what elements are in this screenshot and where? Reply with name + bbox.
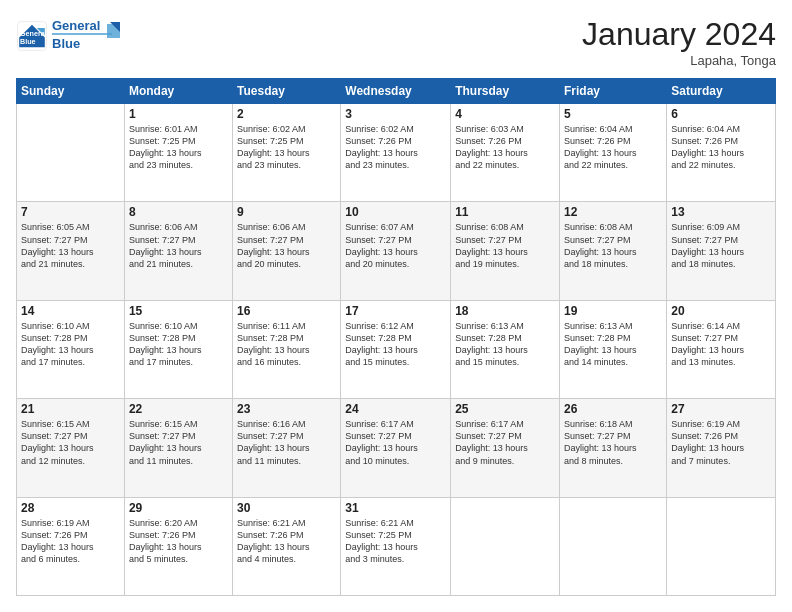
day-cell: 1Sunrise: 6:01 AM Sunset: 7:25 PM Daylig…	[124, 104, 232, 202]
day-info: Sunrise: 6:13 AM Sunset: 7:28 PM Dayligh…	[564, 320, 662, 369]
day-info: Sunrise: 6:13 AM Sunset: 7:28 PM Dayligh…	[455, 320, 555, 369]
svg-text:Blue: Blue	[52, 36, 80, 51]
day-cell: 21Sunrise: 6:15 AM Sunset: 7:27 PM Dayli…	[17, 399, 125, 497]
day-cell: 9Sunrise: 6:06 AM Sunset: 7:27 PM Daylig…	[233, 202, 341, 300]
day-info: Sunrise: 6:08 AM Sunset: 7:27 PM Dayligh…	[455, 221, 555, 270]
day-number: 16	[237, 304, 336, 318]
day-number: 24	[345, 402, 446, 416]
day-info: Sunrise: 6:10 AM Sunset: 7:28 PM Dayligh…	[129, 320, 228, 369]
day-number: 17	[345, 304, 446, 318]
day-number: 22	[129, 402, 228, 416]
month-title: January 2024	[582, 16, 776, 53]
header-row: SundayMondayTuesdayWednesdayThursdayFrid…	[17, 79, 776, 104]
col-header-monday: Monday	[124, 79, 232, 104]
day-info: Sunrise: 6:20 AM Sunset: 7:26 PM Dayligh…	[129, 517, 228, 566]
day-cell: 22Sunrise: 6:15 AM Sunset: 7:27 PM Dayli…	[124, 399, 232, 497]
day-number: 28	[21, 501, 120, 515]
col-header-sunday: Sunday	[17, 79, 125, 104]
day-cell: 15Sunrise: 6:10 AM Sunset: 7:28 PM Dayli…	[124, 300, 232, 398]
day-info: Sunrise: 6:06 AM Sunset: 7:27 PM Dayligh…	[237, 221, 336, 270]
day-number: 3	[345, 107, 446, 121]
col-header-friday: Friday	[560, 79, 667, 104]
day-number: 9	[237, 205, 336, 219]
day-number: 23	[237, 402, 336, 416]
day-cell: 12Sunrise: 6:08 AM Sunset: 7:27 PM Dayli…	[560, 202, 667, 300]
day-number: 21	[21, 402, 120, 416]
day-info: Sunrise: 6:17 AM Sunset: 7:27 PM Dayligh…	[455, 418, 555, 467]
day-info: Sunrise: 6:21 AM Sunset: 7:26 PM Dayligh…	[237, 517, 336, 566]
day-info: Sunrise: 6:06 AM Sunset: 7:27 PM Dayligh…	[129, 221, 228, 270]
day-cell: 10Sunrise: 6:07 AM Sunset: 7:27 PM Dayli…	[341, 202, 451, 300]
day-cell: 20Sunrise: 6:14 AM Sunset: 7:27 PM Dayli…	[667, 300, 776, 398]
day-cell: 17Sunrise: 6:12 AM Sunset: 7:28 PM Dayli…	[341, 300, 451, 398]
week-row-4: 21Sunrise: 6:15 AM Sunset: 7:27 PM Dayli…	[17, 399, 776, 497]
day-number: 11	[455, 205, 555, 219]
day-number: 29	[129, 501, 228, 515]
day-info: Sunrise: 6:10 AM Sunset: 7:28 PM Dayligh…	[21, 320, 120, 369]
calendar-table: SundayMondayTuesdayWednesdayThursdayFrid…	[16, 78, 776, 596]
day-cell: 6Sunrise: 6:04 AM Sunset: 7:26 PM Daylig…	[667, 104, 776, 202]
day-cell: 4Sunrise: 6:03 AM Sunset: 7:26 PM Daylig…	[451, 104, 560, 202]
title-block: January 2024 Lapaha, Tonga	[582, 16, 776, 68]
day-cell: 27Sunrise: 6:19 AM Sunset: 7:26 PM Dayli…	[667, 399, 776, 497]
col-header-tuesday: Tuesday	[233, 79, 341, 104]
week-row-5: 28Sunrise: 6:19 AM Sunset: 7:26 PM Dayli…	[17, 497, 776, 595]
logo-icon: General Blue	[16, 20, 48, 52]
day-cell	[17, 104, 125, 202]
week-row-1: 1Sunrise: 6:01 AM Sunset: 7:25 PM Daylig…	[17, 104, 776, 202]
svg-text:General: General	[52, 18, 100, 33]
day-info: Sunrise: 6:07 AM Sunset: 7:27 PM Dayligh…	[345, 221, 446, 270]
day-info: Sunrise: 6:04 AM Sunset: 7:26 PM Dayligh…	[564, 123, 662, 172]
day-cell: 8Sunrise: 6:06 AM Sunset: 7:27 PM Daylig…	[124, 202, 232, 300]
day-cell: 16Sunrise: 6:11 AM Sunset: 7:28 PM Dayli…	[233, 300, 341, 398]
day-info: Sunrise: 6:15 AM Sunset: 7:27 PM Dayligh…	[129, 418, 228, 467]
day-info: Sunrise: 6:03 AM Sunset: 7:26 PM Dayligh…	[455, 123, 555, 172]
day-info: Sunrise: 6:19 AM Sunset: 7:26 PM Dayligh…	[671, 418, 771, 467]
day-number: 19	[564, 304, 662, 318]
logo-text: General Blue	[52, 16, 122, 56]
day-cell: 31Sunrise: 6:21 AM Sunset: 7:25 PM Dayli…	[341, 497, 451, 595]
day-info: Sunrise: 6:18 AM Sunset: 7:27 PM Dayligh…	[564, 418, 662, 467]
svg-text:Blue: Blue	[20, 37, 36, 46]
day-info: Sunrise: 6:21 AM Sunset: 7:25 PM Dayligh…	[345, 517, 446, 566]
day-cell: 2Sunrise: 6:02 AM Sunset: 7:25 PM Daylig…	[233, 104, 341, 202]
day-number: 1	[129, 107, 228, 121]
day-number: 31	[345, 501, 446, 515]
day-cell	[667, 497, 776, 595]
day-number: 18	[455, 304, 555, 318]
day-info: Sunrise: 6:01 AM Sunset: 7:25 PM Dayligh…	[129, 123, 228, 172]
day-number: 20	[671, 304, 771, 318]
day-number: 5	[564, 107, 662, 121]
day-cell: 3Sunrise: 6:02 AM Sunset: 7:26 PM Daylig…	[341, 104, 451, 202]
page: General Blue General Blue January 2024 L…	[0, 0, 792, 612]
day-cell: 23Sunrise: 6:16 AM Sunset: 7:27 PM Dayli…	[233, 399, 341, 497]
day-info: Sunrise: 6:16 AM Sunset: 7:27 PM Dayligh…	[237, 418, 336, 467]
day-info: Sunrise: 6:12 AM Sunset: 7:28 PM Dayligh…	[345, 320, 446, 369]
day-cell: 11Sunrise: 6:08 AM Sunset: 7:27 PM Dayli…	[451, 202, 560, 300]
day-info: Sunrise: 6:02 AM Sunset: 7:25 PM Dayligh…	[237, 123, 336, 172]
col-header-thursday: Thursday	[451, 79, 560, 104]
day-info: Sunrise: 6:14 AM Sunset: 7:27 PM Dayligh…	[671, 320, 771, 369]
day-cell: 26Sunrise: 6:18 AM Sunset: 7:27 PM Dayli…	[560, 399, 667, 497]
day-cell: 28Sunrise: 6:19 AM Sunset: 7:26 PM Dayli…	[17, 497, 125, 595]
day-cell: 5Sunrise: 6:04 AM Sunset: 7:26 PM Daylig…	[560, 104, 667, 202]
day-number: 10	[345, 205, 446, 219]
day-cell: 29Sunrise: 6:20 AM Sunset: 7:26 PM Dayli…	[124, 497, 232, 595]
day-cell: 19Sunrise: 6:13 AM Sunset: 7:28 PM Dayli…	[560, 300, 667, 398]
day-info: Sunrise: 6:09 AM Sunset: 7:27 PM Dayligh…	[671, 221, 771, 270]
day-number: 14	[21, 304, 120, 318]
header: General Blue General Blue January 2024 L…	[16, 16, 776, 68]
col-header-saturday: Saturday	[667, 79, 776, 104]
day-cell: 30Sunrise: 6:21 AM Sunset: 7:26 PM Dayli…	[233, 497, 341, 595]
day-number: 6	[671, 107, 771, 121]
week-row-2: 7Sunrise: 6:05 AM Sunset: 7:27 PM Daylig…	[17, 202, 776, 300]
day-number: 27	[671, 402, 771, 416]
day-number: 15	[129, 304, 228, 318]
day-cell: 25Sunrise: 6:17 AM Sunset: 7:27 PM Dayli…	[451, 399, 560, 497]
day-info: Sunrise: 6:11 AM Sunset: 7:28 PM Dayligh…	[237, 320, 336, 369]
week-row-3: 14Sunrise: 6:10 AM Sunset: 7:28 PM Dayli…	[17, 300, 776, 398]
day-cell	[560, 497, 667, 595]
day-cell: 7Sunrise: 6:05 AM Sunset: 7:27 PM Daylig…	[17, 202, 125, 300]
day-cell: 13Sunrise: 6:09 AM Sunset: 7:27 PM Dayli…	[667, 202, 776, 300]
day-number: 13	[671, 205, 771, 219]
